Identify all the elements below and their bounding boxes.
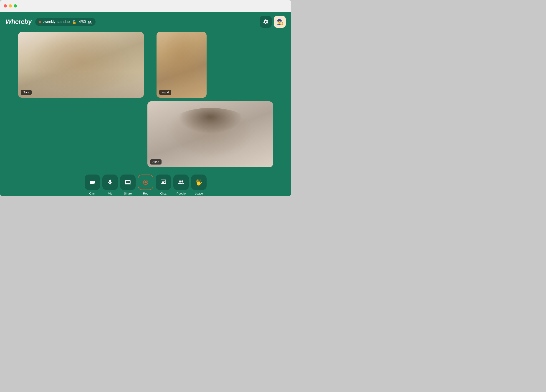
cam-button[interactable] bbox=[85, 175, 100, 190]
toolbar-item-cam: Cam bbox=[85, 175, 100, 195]
mic-icon bbox=[107, 179, 113, 185]
main-content: Whereby /weekly-standup 🔒 4/50 bbox=[0, 12, 291, 196]
camera-icon bbox=[89, 179, 96, 185]
rec-label: Rec bbox=[143, 192, 148, 195]
close-button[interactable] bbox=[4, 4, 7, 7]
name-tag-ingrid: Ingrid bbox=[159, 90, 171, 95]
logo: Whereby bbox=[6, 18, 32, 25]
header-left: Whereby /weekly-standup 🔒 4/50 bbox=[6, 18, 96, 26]
toolbar-item-leave: 🖐️ Leave bbox=[191, 175, 207, 195]
header-right: 🧙 bbox=[260, 16, 286, 28]
room-name: /weekly-standup bbox=[43, 20, 70, 24]
rec-button[interactable] bbox=[138, 175, 153, 190]
people-count-icon bbox=[87, 20, 92, 24]
gear-icon bbox=[263, 19, 269, 25]
rec-dot-inner bbox=[144, 181, 147, 183]
share-screen-icon bbox=[125, 179, 131, 185]
traffic-lights bbox=[4, 4, 17, 7]
share-label: Share bbox=[124, 192, 132, 195]
maximize-button[interactable] bbox=[14, 4, 17, 7]
leave-button[interactable]: 🖐️ bbox=[191, 175, 207, 190]
video-grid: Sara Ingrid Jamy (You) bbox=[0, 32, 291, 171]
people-button[interactable] bbox=[173, 175, 189, 190]
video-tile-sara: Sara bbox=[18, 32, 144, 98]
video-tile-ingrid: Ingrid bbox=[156, 32, 207, 98]
name-tag-sara: Sara bbox=[21, 90, 32, 95]
toolbar: Cam Mic Share bbox=[0, 171, 291, 196]
rec-dot-icon bbox=[143, 180, 148, 185]
header: Whereby /weekly-standup 🔒 4/50 bbox=[0, 12, 291, 32]
mic-label: Mic bbox=[108, 192, 112, 195]
toolbar-item-rec: Rec bbox=[138, 175, 153, 195]
toolbar-item-chat: Chat bbox=[156, 175, 171, 195]
title-bar bbox=[0, 0, 291, 12]
participant-count: 4/50 bbox=[79, 20, 92, 24]
app-window: Whereby /weekly-standup 🔒 4/50 bbox=[0, 0, 291, 196]
leave-label: Leave bbox=[195, 192, 203, 195]
cam-label: Cam bbox=[89, 192, 95, 195]
hand-wave-icon: 🖐️ bbox=[195, 179, 202, 186]
share-button[interactable] bbox=[120, 175, 136, 190]
lock-icon: 🔒 bbox=[72, 20, 77, 24]
room-status-dot bbox=[39, 21, 41, 23]
toolbar-item-mic: Mic bbox=[102, 175, 118, 195]
settings-button[interactable] bbox=[260, 16, 272, 28]
mic-button[interactable] bbox=[102, 175, 118, 190]
chat-label: Chat bbox=[160, 192, 166, 195]
people-label: People bbox=[176, 192, 186, 195]
chat-button[interactable] bbox=[156, 175, 171, 190]
minimize-button[interactable] bbox=[9, 4, 12, 7]
toolbar-item-people: People bbox=[173, 175, 189, 195]
toolbar-item-share: Share bbox=[120, 175, 136, 195]
people-icon bbox=[178, 179, 184, 185]
chat-icon bbox=[160, 179, 167, 185]
room-info[interactable]: /weekly-standup 🔒 4/50 bbox=[35, 18, 96, 26]
name-tag-akari: Akari bbox=[150, 159, 162, 164]
video-tile-akari: Akari bbox=[147, 101, 273, 167]
user-avatar-button[interactable]: 🧙 bbox=[274, 16, 286, 28]
